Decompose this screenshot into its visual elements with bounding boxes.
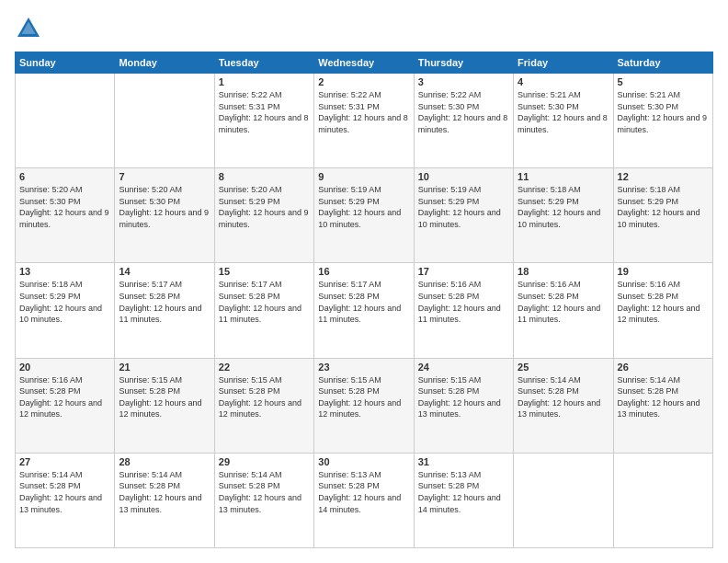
day-info: Sunrise: 5:16 AM Sunset: 5:28 PM Dayligh… xyxy=(518,279,609,325)
day-info: Sunrise: 5:22 AM Sunset: 5:30 PM Dayligh… xyxy=(418,89,509,135)
day-info: Sunrise: 5:14 AM Sunset: 5:28 PM Dayligh… xyxy=(618,374,709,420)
calendar-cell: 21Sunrise: 5:15 AM Sunset: 5:28 PM Dayli… xyxy=(115,358,214,453)
day-number: 21 xyxy=(119,362,210,373)
day-info: Sunrise: 5:21 AM Sunset: 5:30 PM Dayligh… xyxy=(518,89,609,135)
calendar-cell: 15Sunrise: 5:17 AM Sunset: 5:28 PM Dayli… xyxy=(214,263,313,358)
day-number: 16 xyxy=(318,266,409,277)
calendar-cell: 7Sunrise: 5:20 AM Sunset: 5:30 PM Daylig… xyxy=(115,168,214,263)
calendar-week-row: 20Sunrise: 5:16 AM Sunset: 5:28 PM Dayli… xyxy=(16,358,713,453)
day-number: 24 xyxy=(418,362,509,373)
calendar-cell: 26Sunrise: 5:14 AM Sunset: 5:28 PM Dayli… xyxy=(613,358,712,453)
day-info: Sunrise: 5:14 AM Sunset: 5:28 PM Dayligh… xyxy=(518,374,609,420)
weekday-header-thursday: Thursday xyxy=(414,52,513,74)
day-number: 11 xyxy=(518,171,609,182)
calendar-cell: 30Sunrise: 5:13 AM Sunset: 5:28 PM Dayli… xyxy=(314,453,414,547)
day-info: Sunrise: 5:22 AM Sunset: 5:31 PM Dayligh… xyxy=(219,89,310,135)
calendar-cell: 22Sunrise: 5:15 AM Sunset: 5:28 PM Dayli… xyxy=(214,358,313,453)
calendar-cell: 8Sunrise: 5:20 AM Sunset: 5:29 PM Daylig… xyxy=(214,168,313,263)
day-info: Sunrise: 5:22 AM Sunset: 5:31 PM Dayligh… xyxy=(318,89,409,135)
day-number: 18 xyxy=(518,266,609,277)
day-info: Sunrise: 5:14 AM Sunset: 5:28 PM Dayligh… xyxy=(219,469,310,515)
day-info: Sunrise: 5:14 AM Sunset: 5:28 PM Dayligh… xyxy=(119,469,210,515)
weekday-header-tuesday: Tuesday xyxy=(214,52,313,74)
calendar-cell: 2Sunrise: 5:22 AM Sunset: 5:31 PM Daylig… xyxy=(314,74,414,168)
calendar-week-row: 27Sunrise: 5:14 AM Sunset: 5:28 PM Dayli… xyxy=(16,453,713,547)
day-number: 28 xyxy=(119,456,210,467)
calendar-cell: 5Sunrise: 5:21 AM Sunset: 5:30 PM Daylig… xyxy=(613,74,712,168)
calendar-cell: 12Sunrise: 5:18 AM Sunset: 5:29 PM Dayli… xyxy=(613,168,712,263)
day-info: Sunrise: 5:13 AM Sunset: 5:28 PM Dayligh… xyxy=(418,469,509,515)
calendar-cell: 25Sunrise: 5:14 AM Sunset: 5:28 PM Dayli… xyxy=(514,358,613,453)
day-info: Sunrise: 5:17 AM Sunset: 5:28 PM Dayligh… xyxy=(318,279,409,325)
day-info: Sunrise: 5:21 AM Sunset: 5:30 PM Dayligh… xyxy=(618,89,709,135)
day-number: 26 xyxy=(618,362,709,373)
day-number: 25 xyxy=(518,362,609,373)
calendar-cell: 3Sunrise: 5:22 AM Sunset: 5:30 PM Daylig… xyxy=(414,74,513,168)
calendar-cell: 6Sunrise: 5:20 AM Sunset: 5:30 PM Daylig… xyxy=(16,168,115,263)
calendar-cell: 10Sunrise: 5:19 AM Sunset: 5:29 PM Dayli… xyxy=(414,168,513,263)
calendar-week-row: 1Sunrise: 5:22 AM Sunset: 5:31 PM Daylig… xyxy=(16,74,713,168)
calendar-cell: 29Sunrise: 5:14 AM Sunset: 5:28 PM Dayli… xyxy=(214,453,313,547)
weekday-header-friday: Friday xyxy=(514,52,613,74)
weekday-header-wednesday: Wednesday xyxy=(314,52,414,74)
calendar-cell: 16Sunrise: 5:17 AM Sunset: 5:28 PM Dayli… xyxy=(314,263,414,358)
calendar-cell xyxy=(115,74,214,168)
calendar-cell: 9Sunrise: 5:19 AM Sunset: 5:29 PM Daylig… xyxy=(314,168,414,263)
day-info: Sunrise: 5:18 AM Sunset: 5:29 PM Dayligh… xyxy=(518,184,609,230)
day-number: 3 xyxy=(418,76,509,87)
calendar-cell: 24Sunrise: 5:15 AM Sunset: 5:28 PM Dayli… xyxy=(414,358,513,453)
calendar-table: SundayMondayTuesdayWednesdayThursdayFrid… xyxy=(15,52,713,548)
day-number: 30 xyxy=(318,456,409,467)
day-info: Sunrise: 5:15 AM Sunset: 5:28 PM Dayligh… xyxy=(418,374,509,420)
weekday-header-row: SundayMondayTuesdayWednesdayThursdayFrid… xyxy=(16,52,713,74)
day-info: Sunrise: 5:16 AM Sunset: 5:28 PM Dayligh… xyxy=(418,279,509,325)
day-info: Sunrise: 5:17 AM Sunset: 5:28 PM Dayligh… xyxy=(119,279,210,325)
day-info: Sunrise: 5:20 AM Sunset: 5:30 PM Dayligh… xyxy=(19,184,110,230)
day-number: 2 xyxy=(318,76,409,87)
calendar-cell: 4Sunrise: 5:21 AM Sunset: 5:30 PM Daylig… xyxy=(514,74,613,168)
calendar-cell: 17Sunrise: 5:16 AM Sunset: 5:28 PM Dayli… xyxy=(414,263,513,358)
day-number: 22 xyxy=(219,362,310,373)
calendar-cell: 31Sunrise: 5:13 AM Sunset: 5:28 PM Dayli… xyxy=(414,453,513,547)
day-number: 7 xyxy=(119,171,210,182)
calendar-cell: 20Sunrise: 5:16 AM Sunset: 5:28 PM Dayli… xyxy=(16,358,115,453)
calendar-week-row: 6Sunrise: 5:20 AM Sunset: 5:30 PM Daylig… xyxy=(16,168,713,263)
day-info: Sunrise: 5:19 AM Sunset: 5:29 PM Dayligh… xyxy=(418,184,509,230)
calendar-week-row: 13Sunrise: 5:18 AM Sunset: 5:29 PM Dayli… xyxy=(16,263,713,358)
day-number: 5 xyxy=(618,76,709,87)
calendar-cell xyxy=(16,74,115,168)
day-number: 15 xyxy=(219,266,310,277)
day-info: Sunrise: 5:15 AM Sunset: 5:28 PM Dayligh… xyxy=(219,374,310,420)
day-number: 12 xyxy=(618,171,709,182)
day-number: 29 xyxy=(219,456,310,467)
weekday-header-monday: Monday xyxy=(115,52,214,74)
weekday-header-saturday: Saturday xyxy=(613,52,712,74)
day-info: Sunrise: 5:18 AM Sunset: 5:29 PM Dayligh… xyxy=(19,279,110,325)
day-info: Sunrise: 5:18 AM Sunset: 5:29 PM Dayligh… xyxy=(618,184,709,230)
day-number: 19 xyxy=(618,266,709,277)
day-number: 27 xyxy=(19,456,110,467)
calendar-cell: 18Sunrise: 5:16 AM Sunset: 5:28 PM Dayli… xyxy=(514,263,613,358)
day-number: 4 xyxy=(518,76,609,87)
day-number: 10 xyxy=(418,171,509,182)
calendar-cell: 11Sunrise: 5:18 AM Sunset: 5:29 PM Dayli… xyxy=(514,168,613,263)
day-info: Sunrise: 5:20 AM Sunset: 5:29 PM Dayligh… xyxy=(219,184,310,230)
calendar-cell xyxy=(514,453,613,547)
calendar-cell: 28Sunrise: 5:14 AM Sunset: 5:28 PM Dayli… xyxy=(115,453,214,547)
day-info: Sunrise: 5:15 AM Sunset: 5:28 PM Dayligh… xyxy=(318,374,409,420)
calendar-cell: 14Sunrise: 5:17 AM Sunset: 5:28 PM Dayli… xyxy=(115,263,214,358)
day-info: Sunrise: 5:14 AM Sunset: 5:28 PM Dayligh… xyxy=(19,469,110,515)
day-info: Sunrise: 5:17 AM Sunset: 5:28 PM Dayligh… xyxy=(219,279,310,325)
day-info: Sunrise: 5:19 AM Sunset: 5:29 PM Dayligh… xyxy=(318,184,409,230)
day-number: 6 xyxy=(19,171,110,182)
day-number: 23 xyxy=(318,362,409,373)
day-info: Sunrise: 5:15 AM Sunset: 5:28 PM Dayligh… xyxy=(119,374,210,420)
day-number: 9 xyxy=(318,171,409,182)
calendar-cell: 1Sunrise: 5:22 AM Sunset: 5:31 PM Daylig… xyxy=(214,74,313,168)
day-number: 31 xyxy=(418,456,509,467)
day-number: 20 xyxy=(19,362,110,373)
logo-icon xyxy=(15,15,42,42)
weekday-header-sunday: Sunday xyxy=(16,52,115,74)
day-info: Sunrise: 5:16 AM Sunset: 5:28 PM Dayligh… xyxy=(618,279,709,325)
calendar-cell: 23Sunrise: 5:15 AM Sunset: 5:28 PM Dayli… xyxy=(314,358,414,453)
